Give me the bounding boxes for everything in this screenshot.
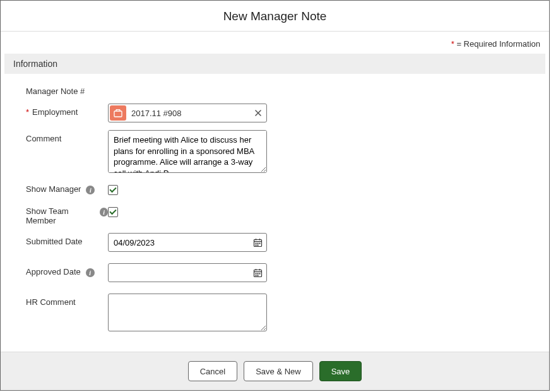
label-approved-date: Approved Date i xyxy=(26,263,108,277)
required-text: = Required Information xyxy=(454,39,540,49)
svg-rect-17 xyxy=(255,275,256,276)
save-and-new-button[interactable]: Save & New xyxy=(244,361,313,381)
dialog-title: New Manager Note xyxy=(1,9,549,23)
row-submitted-date: Submitted Date xyxy=(26,233,536,252)
svg-rect-14 xyxy=(255,273,256,274)
new-manager-note-dialog: New Manager Note * = Required Informatio… xyxy=(0,0,550,391)
calendar-icon[interactable] xyxy=(249,238,266,247)
info-icon[interactable]: i xyxy=(86,268,95,277)
hr-comment-textarea[interactable] xyxy=(108,294,267,331)
label-show-manager: Show Manager i xyxy=(26,184,108,194)
form-area: Manager Note # *Employment 2017.11 #908 xyxy=(1,74,549,348)
label-submitted-date: Submitted Date xyxy=(26,233,108,246)
show-team-member-checkbox[interactable] xyxy=(108,207,118,217)
label-employment: *Employment xyxy=(26,104,108,117)
svg-rect-18 xyxy=(257,275,258,276)
close-icon xyxy=(254,109,262,117)
svg-rect-5 xyxy=(255,242,256,244)
info-icon[interactable]: i xyxy=(86,186,95,194)
label-hr-comment: HR Comment xyxy=(26,294,108,307)
employment-clear-button[interactable] xyxy=(250,104,266,122)
save-button[interactable]: Save xyxy=(319,361,362,381)
employment-picker-icon xyxy=(110,105,126,121)
section-header-information: Information xyxy=(4,54,545,74)
submitted-date-field[interactable] xyxy=(109,238,249,247)
row-hr-comment: HR Comment xyxy=(26,294,536,331)
label-show-team-member: Show Team Member i xyxy=(26,206,108,225)
employment-picker[interactable]: 2017.11 #908 xyxy=(108,104,267,122)
comment-textarea[interactable] xyxy=(108,130,267,173)
show-manager-checkbox[interactable] xyxy=(108,185,118,195)
row-approved-date: Approved Date i xyxy=(26,263,536,282)
cancel-button[interactable]: Cancel xyxy=(188,361,237,381)
row-manager-note-num: Manager Note # xyxy=(26,83,536,96)
row-employment: *Employment 2017.11 #908 xyxy=(26,104,536,122)
row-show-team-member: Show Team Member i xyxy=(26,206,536,225)
required-information-hint: * = Required Information xyxy=(1,32,549,54)
submitted-date-input[interactable] xyxy=(108,233,267,252)
employment-value: 2017.11 #908 xyxy=(127,109,250,118)
calendar-icon[interactable] xyxy=(249,268,266,278)
svg-rect-6 xyxy=(257,242,258,244)
label-comment: Comment xyxy=(26,130,108,143)
dialog-header: New Manager Note xyxy=(1,1,549,32)
svg-rect-8 xyxy=(255,244,256,246)
svg-rect-7 xyxy=(259,242,260,244)
info-icon[interactable]: i xyxy=(100,208,108,217)
svg-rect-15 xyxy=(257,273,258,274)
svg-rect-9 xyxy=(257,244,258,246)
approved-date-field[interactable] xyxy=(109,268,249,278)
label-manager-note-num: Manager Note # xyxy=(26,83,108,96)
approved-date-input[interactable] xyxy=(108,263,267,282)
row-comment: Comment xyxy=(26,130,536,173)
svg-rect-0 xyxy=(114,111,122,117)
dialog-footer: Cancel Save & New Save xyxy=(1,352,549,390)
row-show-manager: Show Manager i xyxy=(26,184,536,195)
svg-rect-16 xyxy=(259,273,260,274)
dialog-body: * = Required Information Information Man… xyxy=(1,32,549,352)
